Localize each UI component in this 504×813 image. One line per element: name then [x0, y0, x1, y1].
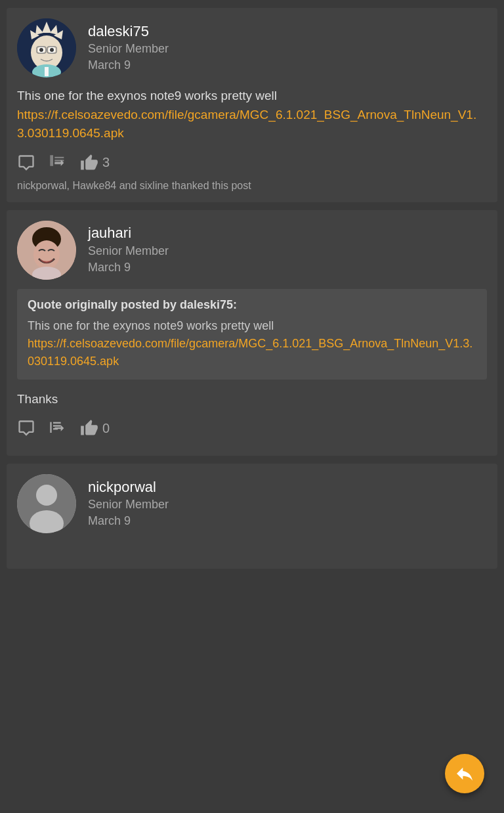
- svg-point-9: [39, 48, 43, 52]
- username: jauhari: [88, 224, 169, 243]
- fab-reply-button[interactable]: [445, 754, 484, 793]
- svg-rect-15: [45, 67, 49, 76]
- user-role: Senior Member: [88, 243, 169, 259]
- username: nickporwal: [88, 478, 169, 497]
- avatar-image: [17, 474, 76, 533]
- quote-block: Quote originally posted by daleski75: Th…: [17, 289, 487, 380]
- svg-point-18: [33, 240, 60, 269]
- post-card: jauhari Senior Member March 9 Quote orig…: [7, 210, 497, 456]
- post-body: This one for the exynos note9 works pret…: [17, 87, 487, 143]
- svg-point-25: [36, 485, 57, 506]
- quote-attribution: Quote originally posted by daleski75:: [28, 298, 476, 312]
- avatar: [17, 18, 76, 77]
- reply-lines-icon: [49, 154, 67, 172]
- quote-button[interactable]: [17, 154, 35, 172]
- reply-icon: [454, 763, 475, 784]
- svg-rect-23: [53, 428, 58, 429]
- post-header: daleski75 Senior Member March 9: [17, 18, 487, 77]
- thumbs-up-icon: [80, 154, 98, 172]
- svg-point-10: [50, 48, 54, 52]
- svg-rect-20: [50, 422, 51, 433]
- quote-button[interactable]: [17, 419, 35, 437]
- post-text: Thanks: [17, 392, 58, 406]
- user-info: daleski75 Senior Member March 9: [88, 22, 169, 74]
- username: daleski75: [88, 22, 169, 41]
- post-text: This one for the exynos note9 works pret…: [17, 89, 277, 102]
- avatar-image: [17, 18, 76, 77]
- reply-action-button[interactable]: [49, 154, 67, 172]
- reply-lines-icon: [49, 419, 67, 437]
- avatar: [17, 221, 76, 280]
- speech-bubble-icon: [17, 154, 35, 172]
- reply-action-button[interactable]: [49, 419, 67, 437]
- post-date: March 9: [88, 259, 169, 276]
- user-role: Senior Member: [88, 496, 169, 513]
- thumbs-up-icon: [80, 419, 98, 437]
- post-date: March 9: [88, 57, 169, 74]
- post-actions: 0: [17, 419, 487, 437]
- user-info: jauhari Senior Member March 9: [88, 224, 169, 276]
- post-actions: 3: [17, 154, 487, 172]
- quote-link[interactable]: https://f.celsoazevedo.com/file/gcamera/…: [28, 337, 472, 368]
- like-count: 3: [102, 155, 110, 170]
- quote-text: This one for the exynos note9 works pret…: [28, 319, 274, 332]
- avatar-image: [17, 221, 76, 280]
- quote-body: This one for the exynos note9 works pret…: [28, 317, 476, 370]
- like-button[interactable]: 0: [80, 419, 110, 437]
- svg-rect-21: [53, 422, 61, 424]
- post-card: daleski75 Senior Member March 9 This one…: [7, 8, 497, 202]
- post-header: nickporwal Senior Member March 9: [17, 474, 487, 533]
- thanks-text: nickporwal, Hawke84 and sixline thanked …: [17, 180, 487, 192]
- speech-bubble-icon: [17, 419, 35, 437]
- post-body: Thanks: [17, 390, 487, 409]
- post-card: nickporwal Senior Member March 9: [7, 464, 497, 569]
- like-button[interactable]: 3: [80, 154, 110, 172]
- like-count: 0: [102, 421, 110, 436]
- svg-rect-22: [53, 425, 61, 426]
- avatar: [17, 474, 76, 533]
- user-role: Senior Member: [88, 41, 169, 57]
- user-info: nickporwal Senior Member March 9: [88, 478, 169, 530]
- post-header: jauhari Senior Member March 9: [17, 221, 487, 280]
- post-date: March 9: [88, 513, 169, 529]
- post-link[interactable]: https://f.celsoazevedo.com/file/gcamera/…: [17, 108, 476, 141]
